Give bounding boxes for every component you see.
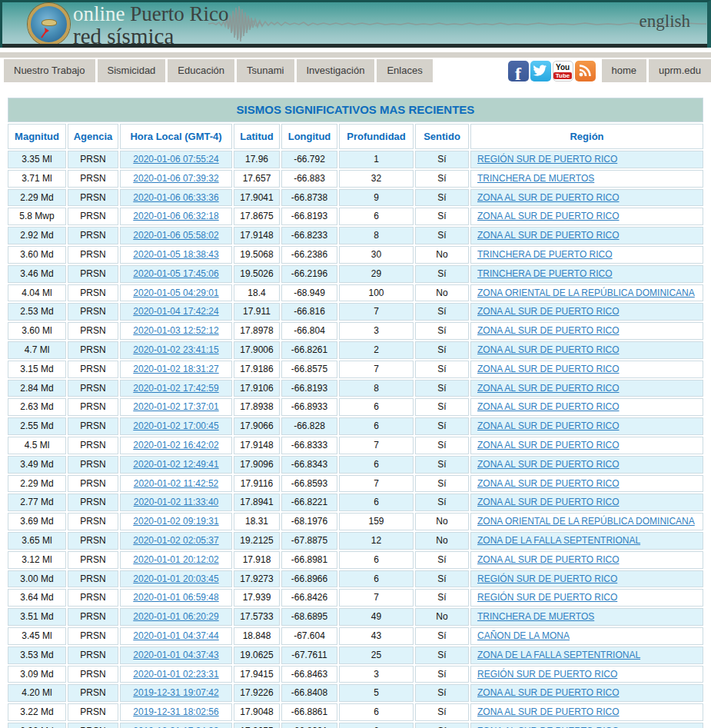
region-link[interactable]: REGIÓN SUR DE PUERTO RICO bbox=[477, 573, 617, 584]
cell-hora-local: 2020-01-01 06:59:48 bbox=[120, 589, 232, 607]
region-link[interactable]: ZONA AL SUR DE PUERTO RICO bbox=[477, 306, 620, 317]
event-datetime-link[interactable]: 2020-01-02 17:42:59 bbox=[133, 383, 218, 394]
event-datetime-link[interactable]: 2020-01-02 23:41:15 bbox=[133, 344, 218, 355]
nav-tab-uprm-edu[interactable]: uprm.edu bbox=[649, 59, 711, 82]
region-link[interactable]: REGIÓN SUR DE PUERTO RICO bbox=[477, 592, 617, 603]
region-link[interactable]: ZONA AL SUR DE PUERTO RICO bbox=[477, 325, 620, 336]
event-datetime-link[interactable]: 2020-01-04 17:42:24 bbox=[133, 306, 218, 317]
region-link[interactable]: ZONA AL SUR DE PUERTO RICO bbox=[477, 440, 620, 450]
region-link[interactable]: ZONA AL SUR DE PUERTO RICO bbox=[477, 364, 620, 374]
nav-tab-sismicidad[interactable]: Sismicidad bbox=[98, 59, 166, 82]
region-link[interactable]: TRINCHERA DE PUERTO RICO bbox=[477, 268, 613, 279]
english-language-link[interactable]: english bbox=[640, 12, 690, 32]
region-link[interactable]: CAÑON DE LA MONA bbox=[477, 630, 570, 641]
cell-longitud: -66.792 bbox=[281, 151, 337, 168]
twitter-bird-glyph bbox=[533, 64, 548, 78]
event-datetime-link[interactable]: 2020-01-06 06:32:18 bbox=[133, 211, 218, 221]
cell-region: ZONA AL SUR DE PUERTO RICO bbox=[470, 227, 703, 244]
event-datetime-link[interactable]: 2020-01-02 12:49:41 bbox=[133, 459, 218, 470]
nav-tab-nuestro-trabajo[interactable]: Nuestro Trabajo bbox=[4, 59, 95, 82]
youtube-icon[interactable]: You Tube bbox=[553, 61, 573, 81]
region-link[interactable]: REGIÓN SUR DE PUERTO RICO bbox=[477, 154, 617, 165]
event-datetime-link[interactable]: 2020-01-05 18:38:43 bbox=[133, 249, 218, 260]
event-datetime-link[interactable]: 2020-01-06 07:55:24 bbox=[133, 154, 218, 165]
event-datetime-link[interactable]: 2020-01-05 04:29:01 bbox=[133, 288, 218, 298]
event-datetime-link[interactable]: 2020-01-06 07:39:32 bbox=[133, 173, 218, 184]
nav-right-tabs: homeuprm.edu bbox=[602, 59, 711, 82]
cell-profundidad: 100 bbox=[339, 284, 414, 302]
region-link[interactable]: ZONA AL SUR DE PUERTO RICO bbox=[477, 497, 620, 507]
event-datetime-link[interactable]: 2020-01-02 17:00:45 bbox=[133, 421, 218, 431]
social-links: f You Tube bbox=[507, 61, 596, 81]
event-datetime-link[interactable]: 2020-01-03 12:52:12 bbox=[133, 325, 218, 336]
cell-region: ZONA AL SUR DE PUERTO RICO bbox=[470, 189, 703, 207]
region-link[interactable]: ZONA ORIENTAL DE LA REPÚBLICA DOMINICANA bbox=[477, 516, 695, 527]
region-link[interactable]: ZONA AL SUR DE PUERTO RICO bbox=[477, 459, 620, 470]
cell-hora-local: 2020-01-01 04:37:43 bbox=[120, 647, 232, 664]
column-header-profundidad: Profundidad bbox=[339, 124, 414, 149]
cell-profundidad: 7 bbox=[339, 361, 414, 378]
event-datetime-link[interactable]: 2019-12-31 19:07:42 bbox=[133, 687, 218, 698]
region-link[interactable]: ZONA ORIENTAL DE LA REPÚBLICA DOMINICANA bbox=[477, 288, 695, 298]
event-datetime-link[interactable]: 2019-12-31 18:02:56 bbox=[133, 706, 218, 717]
region-link[interactable]: ZONA AL SUR DE PUERTO RICO bbox=[477, 421, 620, 431]
event-datetime-link[interactable]: 2020-01-01 20:12:02 bbox=[133, 554, 218, 565]
cell-hora-local: 2019-12-31 18:02:56 bbox=[120, 703, 232, 721]
event-datetime-link[interactable]: 2020-01-01 04:37:44 bbox=[133, 630, 218, 641]
event-datetime-link[interactable]: 2020-01-01 04:37:43 bbox=[133, 650, 218, 660]
nav-tab-enlaces[interactable]: Enlaces bbox=[377, 59, 432, 82]
region-link[interactable]: ZONA AL SUR DE PUERTO RICO bbox=[477, 554, 620, 565]
table-title: SISMOS SIGNIFICATIVOS MAS RECIENTES bbox=[8, 98, 703, 122]
event-datetime-link[interactable]: 2020-01-02 02:05:37 bbox=[133, 535, 218, 546]
column-header-agencia: Agencia bbox=[68, 124, 118, 149]
event-datetime-link[interactable]: 2020-01-02 11:33:40 bbox=[134, 497, 219, 507]
region-link[interactable]: REGIÓN SUR DE PUERTO RICO bbox=[477, 669, 617, 680]
event-datetime-link[interactable]: 2020-01-06 06:33:36 bbox=[133, 192, 218, 203]
cell-sentido: Sí bbox=[415, 208, 469, 225]
event-datetime-link[interactable]: 2020-01-02 16:42:02 bbox=[133, 440, 218, 450]
cell-latitud: 17.9415 bbox=[234, 666, 280, 683]
event-datetime-link[interactable]: 2020-01-05 17:45:06 bbox=[133, 268, 218, 279]
cell-profundidad: 6 bbox=[339, 703, 414, 721]
twitter-icon[interactable] bbox=[530, 61, 551, 81]
event-datetime-link[interactable]: 2020-01-01 20:03:45 bbox=[133, 573, 218, 584]
event-datetime-link[interactable]: 2020-01-02 09:19:31 bbox=[133, 516, 218, 527]
cell-sentido: No bbox=[415, 284, 469, 302]
region-link[interactable]: ZONA AL SUR DE PUERTO RICO bbox=[477, 211, 620, 221]
rss-icon[interactable] bbox=[575, 61, 596, 81]
region-link[interactable]: ZONA AL SUR DE PUERTO RICO bbox=[477, 230, 620, 241]
cell-sentido: Sí bbox=[415, 361, 469, 378]
region-link[interactable]: ZONA AL SUR DE PUERTO RICO bbox=[477, 344, 620, 355]
table-row: 4.7 MlPRSN2020-01-02 23:41:1517.9006-66.… bbox=[8, 341, 703, 359]
event-datetime-link[interactable]: 2020-01-06 05:58:02 bbox=[133, 230, 218, 241]
facebook-icon[interactable]: f bbox=[508, 61, 529, 81]
cell-magnitud: 3.60 Md bbox=[8, 246, 66, 264]
region-link[interactable]: ZONA DE LA FALLA SEPTENTRIONAL bbox=[477, 650, 640, 660]
event-datetime-link[interactable]: 2020-01-02 11:42:52 bbox=[134, 478, 219, 489]
cell-latitud: 17.9096 bbox=[234, 456, 280, 474]
nav-tab-home[interactable]: home bbox=[602, 59, 647, 82]
region-link[interactable]: TRINCHERA DE MUERTOS bbox=[477, 173, 594, 184]
nav-tab-investigacion[interactable]: Investigación bbox=[297, 59, 375, 82]
table-row: 5.8 MwpPRSN2020-01-06 06:32:1817.8675-66… bbox=[8, 208, 703, 225]
nav-tab-tsunami[interactable]: Tsunami bbox=[237, 59, 294, 82]
region-link[interactable]: ZONA AL SUR DE PUERTO RICO bbox=[477, 478, 620, 489]
cell-sentido: Sí bbox=[415, 589, 469, 607]
event-datetime-link[interactable]: 2020-01-02 18:31:27 bbox=[133, 364, 218, 374]
region-link[interactable]: ZONA AL SUR DE PUERTO RICO bbox=[477, 192, 620, 203]
cell-hora-local: 2020-01-02 11:42:52 bbox=[120, 475, 232, 493]
region-link[interactable]: ZONA AL SUR DE PUERTO RICO bbox=[477, 401, 620, 412]
region-link[interactable]: ZONA AL SUR DE PUERTO RICO bbox=[477, 706, 620, 717]
nav-tab-educacion[interactable]: Educación bbox=[168, 59, 234, 82]
event-datetime-link[interactable]: 2020-01-01 02:23:31 bbox=[133, 669, 218, 680]
region-link[interactable]: ZONA DE LA FALLA SEPTENTRIONAL bbox=[477, 535, 640, 546]
event-datetime-link[interactable]: 2020-01-01 06:20:29 bbox=[133, 611, 218, 622]
region-link[interactable]: ZONA AL SUR DE PUERTO RICO bbox=[477, 687, 620, 698]
region-link[interactable]: ZONA AL SUR DE PUERTO RICO bbox=[477, 383, 620, 394]
region-link[interactable]: TRINCHERA DE PUERTO RICO bbox=[477, 249, 613, 260]
cell-hora-local: 2019-12-31 19:07:42 bbox=[120, 684, 232, 702]
event-datetime-link[interactable]: 2020-01-02 17:37:01 bbox=[133, 401, 218, 412]
region-link[interactable]: TRINCHERA DE MUERTOS bbox=[477, 611, 594, 622]
cell-magnitud: 2.29 Md bbox=[8, 475, 66, 493]
event-datetime-link[interactable]: 2020-01-01 06:59:48 bbox=[133, 592, 218, 603]
